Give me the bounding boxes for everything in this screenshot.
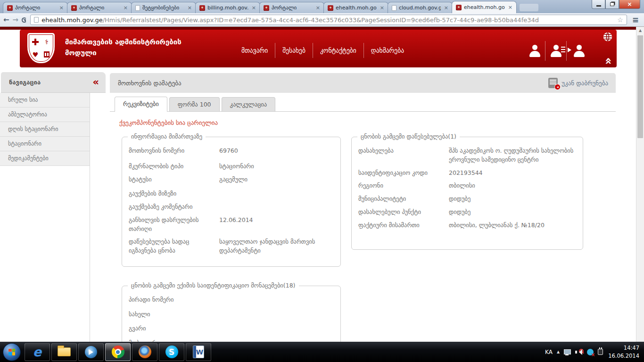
tab-label: cloud.moh.gov.ge	[399, 5, 441, 11]
back-button[interactable]: ←	[3, 16, 9, 24]
content-header: მოთხოვნის დამატება ◂ უკან დაბრუნება	[110, 73, 616, 93]
browser-tab[interactable]: შეტყობინებები ×	[131, 2, 196, 13]
page-favicon-icon	[34, 17, 39, 23]
taskbar-firefox[interactable]	[132, 343, 157, 361]
field-value: სტაციონარი	[219, 162, 333, 171]
collapse-header-icon[interactable]: «	[602, 58, 616, 64]
clock-time: 14:47	[608, 344, 639, 352]
tab-label: ehealth.moh.gov.	[336, 5, 377, 11]
right-column: ცნობის გამცემი დაწესებულება(1) დასახელებ…	[351, 137, 583, 250]
sidebar: სრული სია ამბულატორია დღის სტაციონარი სტ…	[0, 93, 90, 342]
back-return-button[interactable]: ◂ უკან დაბრუნება	[548, 78, 616, 88]
site-title: მიმართვების ადმინისტრირების მოდული	[65, 37, 182, 59]
field-row: დასახელება შპს აკადემიკოს ო. ღუდუშაურის …	[358, 147, 575, 165]
page-favicon-icon	[392, 5, 396, 11]
taskbar-media-player[interactable]	[78, 343, 104, 361]
field-label: მკურნალობის ტიპი	[129, 162, 219, 171]
taskbar-file-explorer[interactable]	[51, 343, 77, 361]
tab-close-icon[interactable]: ×	[123, 5, 129, 11]
field-label: გაუქმების მიზეზი	[129, 189, 219, 198]
browser-tab[interactable]: billing.moh.gov.g ×	[195, 2, 260, 13]
address-bar[interactable]: ehealth.moh.gov.ge/Hmis/Referralstest/Pa…	[30, 15, 627, 25]
site-nav: მთავარი შესახებ კონტაქტები დახმარება	[234, 43, 411, 58]
browser-tab[interactable]: პორტალი ×	[3, 2, 68, 13]
language-indicator[interactable]: KA	[545, 349, 553, 355]
close-button[interactable]: ×	[619, 0, 640, 9]
tab-requisites[interactable]: რეკვიზიტები	[115, 97, 167, 112]
skype-offline-icon[interactable]	[587, 349, 594, 355]
field-value	[219, 339, 333, 342]
nav-item-help[interactable]: დახმარება	[363, 43, 411, 58]
user-icon	[573, 45, 585, 57]
sidebar-item-hospital[interactable]: სტაციონარი	[0, 137, 90, 151]
browser-tab[interactable]: ehealth.moh.gov. ×	[323, 2, 388, 13]
user-icon	[528, 45, 541, 57]
tab-label: პორტალი	[272, 5, 313, 11]
forward-button[interactable]: →	[13, 16, 19, 24]
tab-calculation[interactable]: კალკულაცია	[222, 97, 276, 111]
field-row: საიდენტიფიკაციო კოდი 202193544	[358, 169, 575, 178]
main-content: მოთხოვნის დამატება ◂ უკან დაბრუნება რეკვ…	[110, 73, 616, 342]
page-scrollbar[interactable]: ▲	[636, 27, 644, 342]
minimize-button[interactable]	[592, 0, 605, 9]
url-text[interactable]: ehealth.moh.gov.ge/Hmis/Referralstest/Pa…	[41, 16, 539, 24]
red-cross-icon	[32, 39, 39, 45]
tab-close-icon[interactable]: ×	[507, 4, 513, 10]
browser-menu-icon[interactable]: ≡	[630, 15, 641, 25]
network-icon[interactable]	[564, 349, 571, 355]
tab-close-icon[interactable]: ×	[251, 5, 257, 11]
field-row: ფაქტიური მისამართი თბილისი, ლუბლიანას ქ.…	[358, 221, 575, 230]
taskbar-internet-explorer[interactable]: e	[25, 343, 50, 361]
scrollbar-up-icon[interactable]: ▲	[636, 27, 644, 35]
tab-form-100[interactable]: ფორმა 100	[169, 97, 220, 111]
browser-tab-active[interactable]: ehealth.moh.gov. ×	[452, 1, 517, 13]
sidebar-item-full-list[interactable]: სრული სია	[0, 93, 90, 107]
browser-tab[interactable]: cloud.moh.gov.ge ×	[388, 2, 453, 13]
tab-close-icon[interactable]: ×	[58, 5, 65, 11]
scrollbar-thumb[interactable]	[637, 35, 643, 138]
profile-button[interactable]	[524, 41, 545, 61]
field-value: გაცემული	[219, 175, 333, 184]
tab-close-icon[interactable]: ×	[379, 5, 385, 11]
nav-item-about[interactable]: შესახებ	[275, 43, 313, 58]
taskbar-clock[interactable]: 14:47 16.06.2014	[608, 344, 639, 360]
restore-button[interactable]	[605, 0, 619, 9]
logout-button[interactable]	[566, 41, 587, 61]
sidebar-item-medications[interactable]: მედიკამენტები	[0, 151, 90, 166]
nav-item-contacts[interactable]: კონტაქტები	[313, 43, 363, 58]
reload-button[interactable]	[22, 17, 27, 23]
browser-tab[interactable]: პორტალი ×	[259, 2, 324, 13]
tab-close-icon[interactable]: ×	[443, 5, 449, 11]
sidebar-header: ნავიგაცია «	[1, 72, 106, 93]
taskbar-skype[interactable]: S	[159, 343, 184, 361]
sidebar-item-day-hospital[interactable]: დღის სტაციონარი	[0, 122, 90, 137]
user-list-button[interactable]	[545, 41, 566, 61]
taskbar-word[interactable]: W	[186, 343, 211, 361]
tab-close-icon[interactable]: ×	[187, 5, 193, 11]
new-tab-button[interactable]	[520, 4, 538, 11]
nav-item-home[interactable]: მთავარი	[234, 43, 275, 58]
field-row: რეგიონი თბილისი	[358, 181, 575, 190]
tab-label: პორტალი	[15, 5, 56, 11]
field-label: დაწესებულება სადაც იგზავნება ცნობა	[129, 238, 219, 255]
field-row: მუნიციპალიტეტი დიდუბე	[358, 195, 575, 204]
sidebar-item-ambulatory[interactable]: ამბულატორია	[0, 107, 90, 122]
taskbar-chrome[interactable]	[105, 343, 131, 361]
browser-tab[interactable]: პორტალი ×	[67, 2, 132, 13]
language-globe-icon[interactable]	[603, 32, 613, 44]
field-label: გაუქმებაზე კომენტარი	[129, 203, 219, 212]
power-plug-icon[interactable]	[598, 349, 603, 355]
bookmark-star-icon[interactable]: ☆	[617, 16, 623, 24]
volume-muted-icon[interactable]	[575, 349, 583, 355]
browser-tab-strip: პორტალი × პორტალი × შეტყობინებები × bill…	[0, 0, 644, 13]
tray-expand-icon[interactable]: ▲	[557, 350, 560, 354]
field-value: 12.06.2014	[219, 216, 333, 234]
heart-icon: ♥	[33, 51, 39, 58]
start-button[interactable]	[3, 343, 21, 361]
field-label: დასახელება	[358, 147, 449, 165]
tab-label: ehealth.moh.gov.	[464, 4, 505, 10]
sidebar-collapse-icon[interactable]: «	[92, 77, 106, 87]
field-row: გაუქმებაზე კომენტარი	[129, 203, 333, 212]
tab-close-icon[interactable]: ×	[315, 5, 321, 11]
field-value: თბილისი, ლუბლიანას ქ. №18/20	[449, 221, 575, 230]
